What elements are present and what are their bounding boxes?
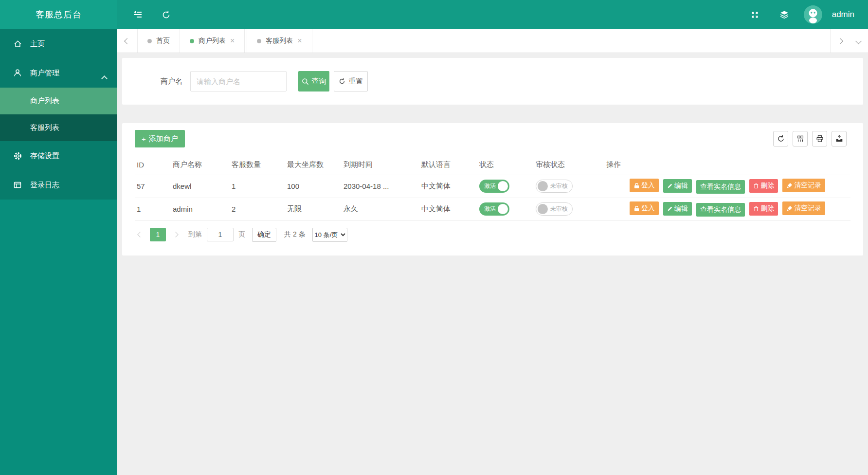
unlock-icon [633,205,640,212]
tabs-menu-button[interactable] [849,29,868,53]
goto-page-input[interactable] [207,228,234,241]
table-toolbar [773,131,847,146]
status-toggle[interactable]: 激活 [479,180,509,193]
plus-icon: + [142,135,146,143]
tab-label: 商户列表 [199,37,226,45]
avatar[interactable] [804,5,822,24]
page-number-button[interactable]: 1 [150,228,166,241]
cell-audit-status: 未审核 [534,175,604,198]
refresh-icon[interactable] [156,5,176,24]
table-row: 57 dkewl 1 100 2030-04-18 ... 中文简体 激活 [135,175,850,198]
close-icon[interactable]: × [297,37,302,45]
status-toggle[interactable]: 激活 [479,202,509,216]
sidebar-item-merchant-list[interactable]: 商户列表 [0,88,117,114]
table-export-button[interactable] [832,131,847,146]
edit-button[interactable]: 编辑 [663,179,692,193]
brush-icon [786,183,793,189]
chevron-up-icon [101,75,108,82]
tab-service-list[interactable]: 客服列表 × [247,29,312,53]
sidebar-item-home[interactable]: 主页 [0,29,117,58]
toggle-knob [538,181,548,191]
col-id: ID [135,155,171,175]
col-default-language: 默认语言 [419,155,477,175]
user-icon [13,68,22,78]
table-columns-button[interactable] [793,131,808,146]
table-refresh-button[interactable] [773,131,788,146]
collapse-sidebar-icon[interactable] [128,5,147,24]
cell-expire-time: 2030-04-18 ... [342,175,419,198]
login-button[interactable]: 登入 [630,179,659,192]
view-realname-button[interactable]: 查看实名信息 [696,180,745,194]
add-merchant-button[interactable]: + 添加商户 [135,130,185,147]
confirm-button[interactable]: 确定 [252,228,276,242]
username[interactable]: admin [832,10,854,19]
search-panel: 商户名 查询 重置 [122,58,863,105]
export-icon [835,135,843,143]
cell-actions: 登入 编辑 查看实名信息 删除 [604,198,850,220]
view-realname-button[interactable]: 查看实名信息 [696,203,745,217]
cell-agent-count: 1 [230,175,285,198]
col-actions: 操作 [604,155,850,175]
columns-icon [796,135,804,143]
sidebar-item-login-log[interactable]: 登录日志 [0,170,117,200]
query-button[interactable]: 查询 [298,71,329,91]
tab-bar: 首页 商户列表 × 客服列表 × [117,29,868,53]
total-count-label: 共 2 条 [284,230,306,239]
cell-actions: 登入 编辑 查看实名信息 删除 [604,175,850,198]
chevron-right-icon [837,38,843,44]
prev-page-button[interactable] [135,233,145,237]
pencil-icon [667,206,673,212]
toggle-knob [498,181,508,191]
sidebar-item-label: 存储设置 [30,151,59,161]
chevron-left-icon [137,232,143,237]
clear-records-button[interactable]: 清空记录 [782,201,825,215]
sidebar-item-label: 登录日志 [30,181,59,190]
tab-label: 首页 [156,37,170,45]
tab-merchant-list[interactable]: 商户列表 × [180,29,245,53]
chevron-down-icon [855,38,862,44]
sidebar-item-storage-settings[interactable]: 存储设置 [0,141,117,170]
search-icon [302,78,309,85]
col-max-seats: 最大坐席数 [285,155,342,175]
layers-icon[interactable] [775,5,794,24]
merchant-table-panel: + 添加商户 ID 商户 [122,123,863,256]
gear-icon [13,151,22,161]
clear-records-button[interactable]: 清空记录 [782,179,825,192]
next-page-button[interactable] [171,233,181,237]
table-row: 1 admin 2 无限 永久 中文简体 激活 [135,198,850,220]
merchant-name-input[interactable] [190,71,287,91]
table-print-button[interactable] [812,131,827,146]
cell-status: 激活 [477,175,534,198]
reset-button[interactable]: 重置 [334,71,368,91]
delete-button[interactable]: 删除 [749,179,778,193]
login-button[interactable]: 登入 [630,201,659,215]
col-expire-time: 到期时间 [342,155,419,175]
audit-toggle[interactable]: 未审核 [536,202,573,216]
edit-button[interactable]: 编辑 [663,202,692,216]
close-icon[interactable]: × [230,37,235,45]
tab-dot [190,39,194,43]
cell-expire-time: 永久 [342,198,419,220]
refresh-icon [777,135,785,143]
sidebar-subitem-label: 商户列表 [30,96,59,106]
home-icon [13,39,22,49]
sidebar-item-label: 商户管理 [30,69,59,78]
tabs-scroll-left-button[interactable] [117,29,138,53]
delete-button[interactable]: 删除 [749,202,778,216]
fullscreen-icon[interactable] [745,5,765,24]
tabs-scroll-right-button[interactable] [830,29,849,53]
sidebar: 客服总后台 主页 商户管理 商户列表 客服列表 存储设置 [0,0,117,475]
tab-home[interactable]: 首页 [138,29,180,53]
cell-agent-count: 2 [230,198,285,220]
sidebar-item-label: 主页 [30,39,45,49]
table-header-row: ID 商户名称 客服数量 最大坐席数 到期时间 默认语言 状态 审核状态 操作 [135,155,850,175]
main-content: 商户名 查询 重置 + 添加商户 [117,54,868,475]
audit-toggle[interactable]: 未审核 [536,180,573,193]
sidebar-item-service-list[interactable]: 客服列表 [0,114,117,141]
cell-merchant-name: dkewl [171,175,230,198]
cell-audit-status: 未审核 [534,198,604,220]
sidebar-item-merchant-management[interactable]: 商户管理 [0,58,117,88]
page-size-select[interactable]: 10 条/页 [312,228,347,242]
reset-icon [339,78,345,85]
pencil-icon [667,183,673,189]
